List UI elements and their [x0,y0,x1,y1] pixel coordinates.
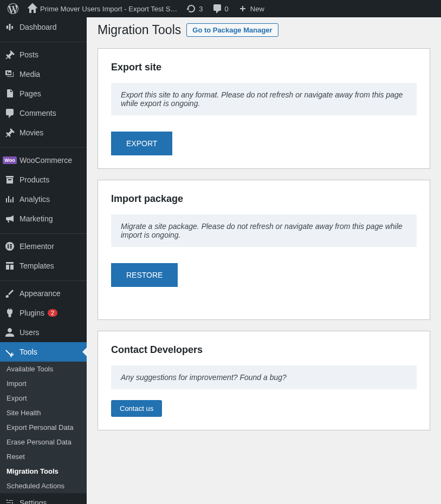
contact-card: Contact Developers Any suggestions for i… [98,331,430,430]
go-to-package-manager-button[interactable]: Go to Package Manager [186,23,278,37]
sidebar-item-movies[interactable]: Movies [0,123,87,142]
chart-icon [4,194,15,205]
import-card: Import package Migrate a site package. P… [98,180,430,320]
svg-rect-1 [8,244,9,248]
sidebar-item-label: Plugins [20,309,44,317]
sidebar-item-label: Elementor [20,242,54,251]
sidebar-item-label: Movies [20,128,43,137]
tools-submenu: Available Tools Import Export Site Healt… [0,362,87,493]
import-notice: Migrate a site package. Please do not re… [111,214,417,247]
sidebar-item-woocommerce[interactable]: Woo WooCommerce [0,150,87,170]
plugins-badge: 2 [48,309,57,317]
export-notice: Export this site to any format. Please d… [111,83,417,115]
page-title: Migration Tools [98,23,181,37]
page-header: Migration Tools Go to Package Manager [98,23,430,37]
submenu-reset[interactable]: Reset [0,449,87,464]
sidebar-item-label: Analytics [20,195,50,204]
megaphone-icon [4,213,15,224]
svg-rect-4 [10,247,12,248]
sidebar-item-pages[interactable]: Pages [0,84,87,103]
main-content: Migration Tools Go to Package Manager Ex… [87,17,441,504]
home-icon [27,3,38,14]
submenu-migration-tools[interactable]: Migration Tools [0,464,87,479]
sidebar-item-marketing[interactable]: Marketing [0,209,87,228]
sidebar-item-products[interactable]: Products [0,170,87,189]
sidebar-item-label: Comments [20,109,56,117]
submenu-scheduled-actions[interactable]: Scheduled Actions [0,479,87,493]
pin-icon [4,127,15,138]
import-card-title: Import package [111,193,417,205]
restore-button[interactable]: RESTORE [111,263,178,287]
comment-icon [212,3,223,14]
page-icon [4,88,15,99]
export-card: Export site Export this site to any form… [98,48,430,169]
admin-sidebar: Dashboard Posts Media Pages Comments Mov… [0,17,87,504]
sidebar-item-appearance[interactable]: Appearance [0,284,87,303]
submenu-erase-personal-data[interactable]: Erase Personal Data [0,435,87,449]
sidebar-item-label: Pages [20,89,41,98]
export-card-title: Export site [111,62,417,73]
submenu-available-tools[interactable]: Available Tools [0,362,87,376]
sidebar-item-label: Products [20,175,49,184]
sidebar-item-label: Templates [20,261,54,270]
new-content-link[interactable]: New [233,0,269,17]
admin-bar: Prime Mover Users Import - Export Test S… [0,0,441,17]
site-link[interactable]: Prime Mover Users Import - Export Test S… [23,0,181,17]
woocommerce-icon: Woo [4,155,15,166]
comments-link[interactable]: 0 [207,0,233,17]
refresh-icon [186,3,197,14]
sidebar-item-comments[interactable]: Comments [0,103,87,123]
submenu-site-health[interactable]: Site Health [0,405,87,420]
new-label: New [250,5,264,13]
contact-us-button[interactable]: Contact us [111,400,162,417]
svg-rect-3 [10,246,12,247]
sidebar-item-label: Dashboard [20,23,57,31]
wp-logo[interactable] [3,0,23,17]
elementor-icon [4,241,15,252]
sidebar-item-tools[interactable]: Tools [0,342,87,362]
sidebar-item-label: Media [20,70,40,78]
plugin-icon [4,307,15,318]
submenu-import[interactable]: Import [0,376,87,391]
sidebar-item-plugins[interactable]: Plugins 2 [0,303,87,323]
sidebar-item-analytics[interactable]: Analytics [0,189,87,209]
sidebar-item-label: WooCommerce [20,156,72,165]
dashboard-icon [4,22,15,32]
comment-icon [4,108,15,119]
wrench-icon [4,346,15,357]
archive-icon [4,174,15,185]
media-icon [4,69,15,80]
pin-icon [4,49,15,60]
sliders-icon [4,498,15,504]
sidebar-item-dashboard[interactable]: Dashboard [0,17,87,37]
submenu-export[interactable]: Export [0,391,87,405]
site-title: Prime Mover Users Import - Export Test S… [40,5,177,13]
sidebar-item-label: Users [20,328,40,337]
sidebar-item-posts[interactable]: Posts [0,45,87,64]
sidebar-item-label: Appearance [20,289,61,298]
brush-icon [4,288,15,299]
comments-count: 0 [225,5,229,13]
sidebar-item-label: Tools [20,348,37,356]
updates-count: 3 [199,5,203,13]
sidebar-item-label: Marketing [20,214,53,223]
sidebar-item-templates[interactable]: Templates [0,256,87,276]
wordpress-icon [8,3,18,14]
user-icon [4,327,15,338]
export-button[interactable]: EXPORT [111,132,172,155]
submenu-export-personal-data[interactable]: Export Personal Data [0,420,87,435]
plus-icon [237,3,248,14]
contact-card-title: Contact Developers [111,344,417,356]
templates-icon [4,260,15,271]
updates-link[interactable]: 3 [181,0,207,17]
sidebar-item-elementor[interactable]: Elementor [0,237,87,256]
contact-notice: Any suggestions for improvement? Found a… [111,365,417,389]
sidebar-item-media[interactable]: Media [0,64,87,84]
sidebar-item-label: Settings [20,499,47,504]
sidebar-item-settings[interactable]: Settings [0,493,87,504]
svg-rect-2 [10,244,12,245]
sidebar-item-users[interactable]: Users [0,323,87,342]
sidebar-item-label: Posts [20,50,38,59]
